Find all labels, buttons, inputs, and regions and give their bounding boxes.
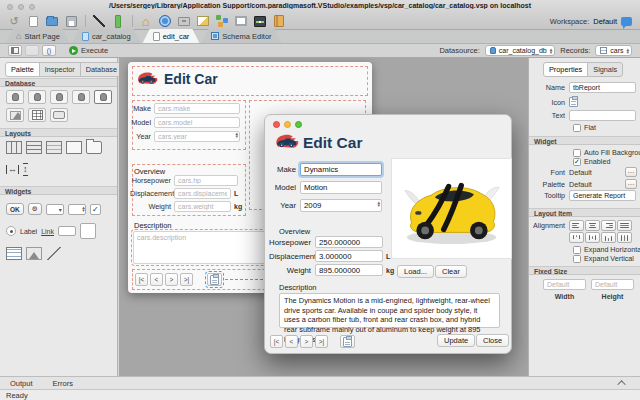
pen-icon[interactable] bbox=[90, 14, 108, 29]
tab-edit-car[interactable]: edit_car bbox=[143, 29, 200, 43]
tab-start-page[interactable]: ⌂Start Page bbox=[6, 29, 70, 43]
button-widget-icon[interactable]: OK bbox=[6, 203, 24, 215]
last-record-button[interactable]: >| bbox=[315, 335, 328, 348]
tab-schema-editor[interactable]: Schema Editor bbox=[201, 29, 281, 43]
combobox-widget-icon[interactable]: ▾ bbox=[46, 204, 64, 215]
column-chart-icon[interactable] bbox=[109, 14, 127, 29]
tooltip-input[interactable] bbox=[569, 190, 636, 201]
align-hcenter-icon[interactable] bbox=[585, 220, 600, 231]
toolbutton-widget-icon[interactable]: ⚙ bbox=[28, 203, 42, 215]
next-record-button[interactable]: > bbox=[165, 273, 178, 286]
image-icon[interactable] bbox=[194, 14, 212, 29]
make-input[interactable] bbox=[300, 163, 382, 176]
group-layout-icon[interactable] bbox=[86, 141, 102, 154]
next-record-button[interactable]: > bbox=[300, 335, 313, 348]
radio-widget-icon[interactable] bbox=[6, 226, 16, 236]
toggle-panel-icon[interactable] bbox=[8, 45, 22, 56]
home-icon[interactable]: ⌂ bbox=[137, 14, 155, 29]
prev-record-button[interactable]: < bbox=[150, 273, 163, 286]
window-minimize-button[interactable] bbox=[18, 4, 24, 10]
db-checkbox-icon[interactable] bbox=[50, 90, 68, 104]
datasource-select[interactable]: car_catalog_db ▴▾ bbox=[485, 45, 555, 56]
open-folder-icon[interactable] bbox=[43, 14, 61, 29]
displacement-input[interactable] bbox=[315, 250, 383, 262]
width-input[interactable] bbox=[543, 279, 586, 290]
stepper-icon[interactable]: ▴▾ bbox=[377, 201, 380, 207]
label-widget-icon[interactable]: Label bbox=[20, 228, 37, 235]
chat-icon[interactable] bbox=[621, 17, 632, 26]
form-view-icon[interactable] bbox=[25, 45, 39, 56]
expand-vertical-checkbox[interactable] bbox=[573, 255, 581, 263]
activity-icon[interactable] bbox=[251, 14, 269, 29]
spinbox-widget-icon[interactable]: ▴▾ bbox=[68, 204, 86, 215]
tab-properties[interactable]: Properties bbox=[543, 62, 588, 77]
lineedit-widget-icon[interactable] bbox=[58, 226, 76, 236]
palette-picker-button[interactable]: … bbox=[625, 179, 637, 189]
undo-icon[interactable]: ↺ bbox=[5, 14, 23, 29]
align-stretch-icon[interactable] bbox=[617, 232, 632, 243]
name-input[interactable] bbox=[569, 82, 636, 93]
listview-widget-icon[interactable] bbox=[6, 247, 22, 260]
align-right-icon[interactable] bbox=[601, 220, 616, 231]
web-icon[interactable] bbox=[156, 14, 174, 29]
records-select[interactable]: cars ▴▾ bbox=[595, 45, 632, 56]
window-zoom-button[interactable] bbox=[29, 4, 35, 10]
line-widget-icon[interactable] bbox=[46, 247, 62, 260]
tab-palette[interactable]: Palette bbox=[5, 62, 40, 77]
description-text[interactable]: The Dynamics Motion is a mid-engined, li… bbox=[279, 293, 500, 328]
last-record-button[interactable]: >| bbox=[180, 273, 193, 286]
tab-signals[interactable]: Signals bbox=[587, 62, 623, 77]
first-record-button[interactable]: |< bbox=[135, 273, 148, 286]
tab-database[interactable]: Database bbox=[80, 62, 123, 77]
align-top-icon[interactable] bbox=[569, 232, 584, 243]
org-chart-icon[interactable] bbox=[213, 14, 231, 29]
dialog-minimize-button[interactable] bbox=[284, 121, 291, 128]
execute-button[interactable]: Execute bbox=[69, 46, 108, 55]
frame-icon[interactable] bbox=[232, 14, 250, 29]
checkbox-widget-icon[interactable]: ✓ bbox=[90, 204, 101, 215]
chevron-up-icon[interactable] bbox=[617, 380, 625, 388]
align-justify-icon[interactable] bbox=[617, 220, 632, 231]
archive-icon[interactable] bbox=[175, 14, 193, 29]
year-field[interactable] bbox=[154, 131, 240, 142]
h-spacer-icon[interactable]: ↔ bbox=[6, 165, 19, 174]
font-picker-button[interactable]: … bbox=[625, 167, 637, 177]
box-layout-icon[interactable] bbox=[66, 141, 82, 154]
output-tab[interactable]: Output bbox=[0, 379, 43, 388]
column-layout-icon[interactable] bbox=[6, 141, 22, 154]
db-grid-icon[interactable] bbox=[28, 108, 46, 122]
text-input[interactable] bbox=[569, 110, 636, 121]
db-lineedit-icon[interactable] bbox=[72, 90, 90, 104]
db-button-icon[interactable] bbox=[50, 108, 68, 122]
align-left-icon[interactable] bbox=[569, 220, 584, 231]
window-close-button[interactable] bbox=[7, 4, 13, 10]
imageview-widget-icon[interactable] bbox=[26, 247, 42, 260]
flat-checkbox[interactable] bbox=[573, 124, 581, 132]
enabled-checkbox[interactable]: ✓ bbox=[573, 158, 581, 166]
report-button[interactable] bbox=[207, 273, 222, 286]
tab-inspector[interactable]: Inspector bbox=[39, 62, 81, 77]
book-icon[interactable] bbox=[270, 14, 288, 29]
horsepower-input[interactable] bbox=[315, 236, 383, 248]
db-image-icon[interactable] bbox=[6, 108, 24, 122]
load-button[interactable]: Load... bbox=[397, 265, 434, 278]
dialog-zoom-button[interactable] bbox=[295, 121, 302, 128]
make-field[interactable] bbox=[154, 103, 240, 114]
v-spacer-icon[interactable]: ↕ bbox=[23, 163, 28, 176]
update-button[interactable]: Update bbox=[437, 334, 475, 347]
stepper-icon[interactable]: ▴▾ bbox=[235, 132, 238, 138]
form-layout-icon[interactable] bbox=[46, 141, 62, 154]
db-textedit-icon[interactable] bbox=[94, 90, 112, 104]
dialog-close-button[interactable] bbox=[273, 121, 280, 128]
model-field[interactable] bbox=[154, 117, 240, 128]
model-input[interactable] bbox=[300, 181, 382, 194]
weight-field[interactable] bbox=[174, 201, 231, 212]
code-braces-icon[interactable]: () bbox=[42, 45, 56, 56]
align-bottom-icon[interactable] bbox=[601, 232, 616, 243]
expand-horizontal-checkbox[interactable] bbox=[573, 246, 581, 254]
align-vcenter-icon[interactable] bbox=[585, 232, 600, 243]
db-spinner-icon[interactable] bbox=[28, 90, 46, 104]
first-record-button[interactable]: |< bbox=[270, 335, 283, 348]
close-button[interactable]: Close bbox=[476, 334, 509, 347]
autofill-checkbox[interactable] bbox=[573, 149, 581, 157]
